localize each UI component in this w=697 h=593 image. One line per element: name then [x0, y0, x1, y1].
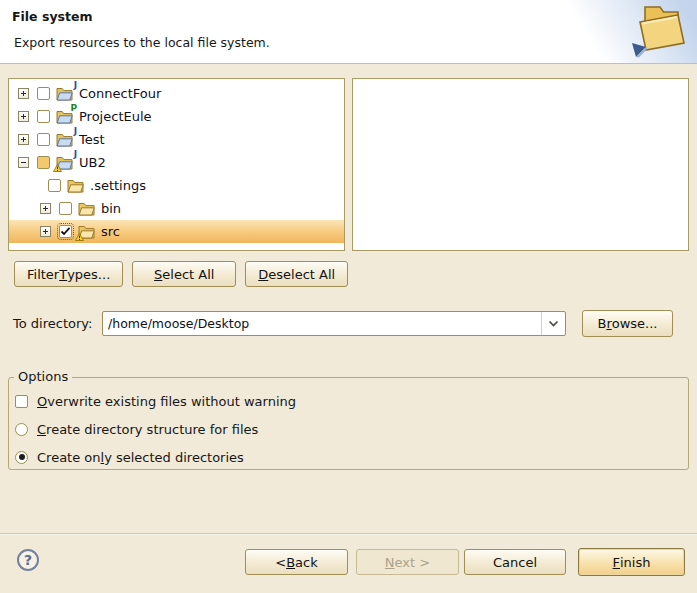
project-nature-decorator-icon: J — [74, 81, 77, 90]
tree-checkbox[interactable] — [37, 156, 50, 169]
tree-indent — [9, 93, 18, 94]
tree-item-label: ConnectFour — [79, 86, 161, 101]
chevron-down-icon — [548, 320, 559, 327]
tree-row[interactable]: PProjectEule — [9, 105, 344, 128]
tree-row[interactable]: src — [9, 220, 344, 243]
page-title: File system — [12, 9, 92, 24]
option-label: Create only selected directories — [37, 450, 244, 465]
option-row: Create only selected directories — [15, 449, 244, 465]
expand-plus-icon[interactable] — [40, 203, 51, 214]
option-radio-button[interactable] — [15, 451, 28, 464]
tree-indent — [9, 162, 18, 163]
tree-row[interactable]: .settings — [9, 174, 344, 197]
java-project-folder-icon: J — [56, 132, 74, 147]
tree-indent — [9, 231, 40, 232]
page-subtitle: Export resources to the local file syste… — [14, 35, 270, 50]
tree-checkbox[interactable] — [37, 87, 50, 100]
project-nature-decorator-icon: P — [70, 104, 77, 113]
to-directory-label: To directory: — [13, 310, 92, 337]
expand-plus-icon[interactable] — [40, 226, 51, 237]
tree-body: JConnectFourPProjectEuleJTestJUB2.settin… — [9, 79, 344, 250]
tree-checkbox[interactable] — [37, 133, 50, 146]
option-row: Create directory structure for files — [15, 421, 258, 437]
help-button[interactable]: ? — [17, 549, 39, 571]
java-project-folder-icon: J — [56, 155, 74, 170]
tree-checkbox[interactable] — [37, 110, 50, 123]
export-wizard-dialog: File system Export resources to the loca… — [0, 0, 697, 593]
tree-row[interactable]: JUB2 — [9, 151, 344, 174]
export-folder-icon — [629, 3, 687, 60]
deselect-all-button[interactable]: Deselect All — [245, 261, 348, 287]
directory-input[interactable] — [103, 312, 541, 335]
back-button[interactable]: < Back — [245, 549, 348, 575]
java-project-folder-icon: J — [56, 86, 74, 101]
collapse-minus-icon[interactable] — [18, 157, 29, 168]
browse-button[interactable]: Browse... — [582, 310, 673, 337]
resource-tree-panel: JConnectFourPProjectEuleJTestJUB2.settin… — [8, 78, 345, 251]
tree-checkbox[interactable] — [48, 179, 61, 192]
option-label: Overwrite existing files without warning — [37, 394, 296, 409]
tree-item-label: UB2 — [79, 155, 106, 170]
tree-item-label: Test — [79, 132, 105, 147]
tree-item-label: src — [101, 224, 120, 239]
java-project-folder-icon: P — [56, 109, 74, 124]
wizard-header: File system Export resources to the loca… — [0, 0, 697, 64]
combo-dropdown-button[interactable] — [541, 312, 565, 335]
expand-plus-icon[interactable] — [18, 88, 29, 99]
options-group: Options Overwrite existing files without… — [8, 377, 689, 470]
file-list-panel[interactable] — [352, 78, 689, 251]
tree-checkbox[interactable] — [59, 225, 72, 238]
warning-overlay-icon — [75, 233, 84, 241]
warning-overlay-icon — [53, 164, 62, 172]
option-row: Overwrite existing files without warning — [15, 393, 296, 409]
expand-plus-icon[interactable] — [18, 134, 29, 145]
directory-combo — [102, 311, 566, 336]
options-body: Overwrite existing files without warning… — [9, 378, 688, 469]
tree-checkbox[interactable] — [59, 202, 72, 215]
tree-indent — [9, 139, 18, 140]
overwrite-checkbox[interactable] — [15, 395, 28, 408]
option-radio-button[interactable] — [15, 423, 28, 436]
tree-item-label: ProjectEule — [79, 109, 152, 124]
project-nature-decorator-icon: J — [74, 150, 77, 159]
cancel-button[interactable]: Cancel — [464, 549, 566, 575]
folder-icon — [67, 178, 85, 193]
tree-row[interactable]: JTest — [9, 128, 344, 151]
finish-button[interactable]: Finish — [578, 548, 685, 576]
filter-types-button[interactable]: Filter Types... — [14, 261, 123, 287]
footer-separator — [0, 533, 697, 535]
tree-action-buttons: Filter Types... Select All Deselect All — [14, 261, 348, 287]
project-nature-decorator-icon: J — [74, 127, 77, 136]
folder-icon — [78, 224, 96, 239]
option-label: Create directory structure for files — [37, 422, 258, 437]
tree-item-label: bin — [101, 201, 121, 216]
expand-plus-icon[interactable] — [18, 111, 29, 122]
tree-row[interactable]: bin — [9, 197, 344, 220]
folder-icon — [78, 201, 96, 216]
tree-indent — [9, 185, 48, 186]
tree-row[interactable]: JConnectFour — [9, 82, 344, 105]
select-all-button[interactable]: Select All — [132, 261, 236, 287]
tree-indent — [9, 208, 40, 209]
next-button[interactable]: Next > — [356, 549, 459, 575]
tree-item-label: .settings — [90, 178, 146, 193]
tree-indent — [9, 116, 18, 117]
